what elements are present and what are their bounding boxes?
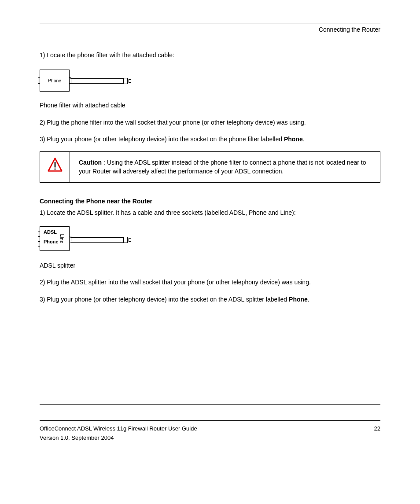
sec2-step3: 3) Plug your phone (or other telephony d… (40, 295, 380, 304)
spacer (40, 312, 380, 404)
sec1-step3b: . (303, 136, 305, 143)
warning-triangle-icon (47, 157, 63, 173)
footer-doc-title: OfficeConnect ADSL Wireless 11g Firewall… (40, 425, 197, 432)
jack-icon (38, 232, 40, 237)
splitter-caption: ADSL splitter (40, 261, 380, 270)
page: Connecting the Router 1) Locate the phon… (0, 0, 420, 459)
caution-box: Caution: Using the ADSL splitter instead… (40, 151, 380, 183)
footer-rule (40, 420, 380, 421)
footer: OfficeConnect ADSL Wireless 11g Firewall… (40, 425, 380, 432)
header-rule (40, 23, 380, 23)
splitter-label-line: Line (59, 234, 64, 243)
sec2-step3b: . (308, 296, 309, 303)
phone-filter-caption: Phone filter with attached cable (40, 101, 380, 110)
adsl-splitter-diagram: ADSL Phone Line (40, 225, 380, 257)
phone-filter-box: Phone (40, 70, 70, 92)
section2-title: Connecting the Phone near the Router (40, 198, 380, 205)
cable-icon (70, 237, 131, 243)
header-title: Connecting the Router (40, 26, 380, 33)
sec2-step1: 1) Locate the ADSL splitter. It has a ca… (40, 208, 380, 217)
splitter-label-adsl: ADSL (44, 229, 57, 235)
sec1-step3a: 3) Plug your phone (or other telephony d… (40, 136, 284, 143)
filter-box-label: Phone (48, 78, 61, 83)
caution-body: : Using the ADSL splitter instead of the… (79, 159, 366, 175)
rj11-plug-icon (123, 77, 131, 85)
rj11-plug-icon (123, 236, 131, 244)
caution-label: Caution (79, 159, 102, 166)
sec1-step3: 3) Plug your phone (or other telephony d… (40, 135, 380, 143)
phone-filter-diagram: Phone (40, 67, 380, 96)
caution-text: Caution: Using the ADSL splitter instead… (70, 152, 380, 182)
caution-icon-cell (40, 152, 70, 182)
svg-point-2 (54, 169, 55, 170)
adsl-splitter-box: ADSL Phone Line (40, 226, 70, 251)
jack-icon (38, 241, 40, 246)
sec2-step3a: 3) Plug your phone (or other telephony d… (40, 296, 289, 303)
footer-version: Version 1.0, September 2004 (40, 434, 380, 441)
sec2-step2: 2) Plug the ADSL splitter into the wall … (40, 278, 380, 287)
footer-page-number: 22 (374, 425, 380, 432)
cable-icon (70, 78, 131, 84)
sec1-step1: 1) Locate the phone filter with the atta… (40, 51, 380, 59)
sec1-step2: 2) Plug the phone filter into the wall s… (40, 118, 380, 127)
sec1-step3-phone: Phone (284, 136, 303, 143)
sec2-step3-phone: Phone (289, 296, 308, 303)
jack-icon (38, 77, 40, 84)
prefooter-rule (40, 404, 380, 405)
splitter-label-phone: Phone (44, 239, 59, 244)
